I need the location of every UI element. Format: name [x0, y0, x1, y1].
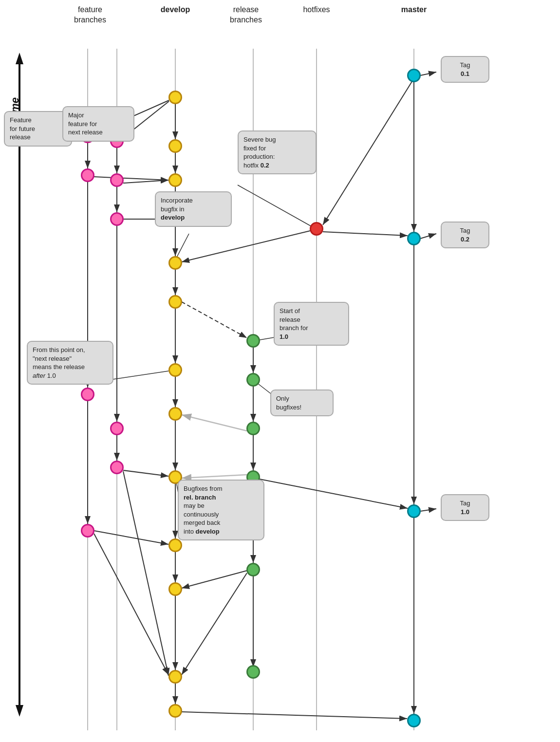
node-f1e [81, 524, 94, 538]
svg-line-63 [238, 185, 314, 228]
node-d3 [168, 173, 182, 187]
svg-line-57 [182, 712, 407, 719]
node-f1d [110, 422, 124, 435]
node-m1 [407, 69, 421, 82]
callout-feature-future: Featurefor futurerelease [4, 111, 72, 147]
callout-from-this-point: From this point on,"next release"means t… [27, 341, 113, 385]
callout-start-release: Start ofreleasebranch for1.0 [274, 302, 349, 346]
node-d1 [168, 91, 182, 104]
svg-line-58 [420, 72, 436, 75]
node-hf1 [310, 222, 323, 236]
svg-line-45 [182, 302, 247, 338]
node-r5 [246, 563, 260, 576]
node-r1 [246, 334, 260, 348]
node-f2d [110, 461, 124, 474]
callout-major-feature: Majorfeature fornext release [62, 106, 134, 142]
node-r6 [246, 665, 260, 679]
node-r3 [246, 422, 260, 435]
svg-line-41 [94, 177, 168, 180]
col-header-hotfixes: hotfixes [295, 5, 338, 15]
svg-line-55 [182, 571, 247, 588]
node-d6 [168, 295, 182, 309]
node-d8 [168, 407, 182, 421]
svg-line-56 [182, 573, 247, 675]
diagram: Time featurebranches develop releasebran… [0, 0, 560, 742]
svg-line-42 [323, 78, 414, 225]
tag-01: Tag0.1 [441, 56, 489, 83]
svg-line-51 [260, 479, 408, 508]
col-header-feature: featurebranches [63, 5, 117, 25]
tag-02: Tag0.2 [441, 222, 489, 248]
node-d13 [168, 704, 182, 718]
svg-marker-4 [16, 705, 23, 717]
svg-line-30 [94, 531, 168, 544]
callout-severe-bug: Severe bugfixed forproduction:hotfix 0.2 [238, 130, 317, 174]
node-m3 [407, 504, 421, 518]
node-f2c [110, 212, 124, 226]
node-f1c [81, 388, 94, 401]
node-m2 [407, 232, 421, 245]
col-header-master: master [394, 5, 433, 15]
callout-only-bugfixes: Onlybugfixes! [270, 390, 334, 416]
tag-10: Tag1.0 [441, 494, 489, 521]
svg-line-44 [182, 231, 310, 262]
col-header-release: releasebranches [219, 5, 273, 25]
svg-line-52 [182, 415, 247, 431]
svg-line-38 [123, 471, 168, 676]
svg-line-66 [110, 371, 168, 380]
svg-line-60 [420, 509, 436, 511]
node-r2 [246, 373, 260, 387]
node-f2b [110, 173, 124, 187]
node-m4 [407, 714, 421, 727]
svg-line-31 [94, 534, 168, 675]
callout-incorporate: Incorporatebugfix indevelop [155, 191, 232, 227]
node-f1b [81, 168, 94, 182]
svg-line-43 [323, 232, 408, 236]
node-d5 [168, 256, 182, 270]
node-d11 [168, 582, 182, 596]
svg-line-37 [123, 470, 168, 476]
svg-line-59 [420, 234, 436, 239]
svg-marker-3 [16, 53, 23, 64]
node-d7 [168, 363, 182, 377]
node-d12 [168, 670, 182, 684]
svg-line-40 [123, 180, 168, 183]
callout-bugfixes-from: Bugfixes fromrel. branchmay becontinuous… [178, 480, 264, 540]
node-d10 [168, 538, 182, 552]
svg-line-53 [182, 475, 247, 478]
col-header-develop: develop [153, 5, 197, 15]
node-d2 [168, 139, 182, 153]
